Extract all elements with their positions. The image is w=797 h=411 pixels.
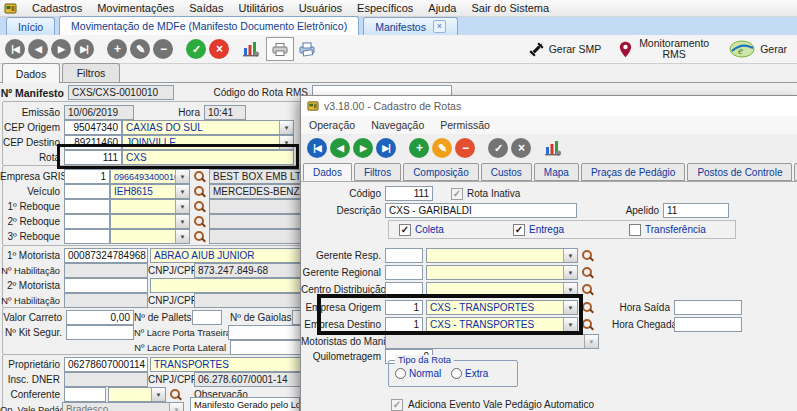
rota-nome-field[interactable]: CXS bbox=[122, 150, 294, 165]
tipo-extra-radio[interactable] bbox=[451, 368, 462, 379]
cep-destino-field[interactable]: 89211460 bbox=[64, 135, 122, 150]
print-preview-button[interactable] bbox=[298, 42, 316, 57]
menu-sair[interactable]: Sair do Sistema bbox=[471, 2, 549, 14]
search-icon[interactable] bbox=[581, 283, 594, 297]
tab-movimentacao-mdfe[interactable]: Movimentação de MDFe (Manifesto Document… bbox=[59, 16, 359, 35]
menu-movimentacoes[interactable]: Movimentações bbox=[97, 2, 174, 14]
menu-utilitarios[interactable]: Utilitários bbox=[238, 2, 283, 14]
chevron-down-icon[interactable]: ▼ bbox=[563, 318, 577, 331]
dialog-titlebar[interactable]: v3.18.00 - Cadastro de Rotas bbox=[301, 96, 797, 116]
vale-pedagio-auto-checkbox[interactable]: ✓ bbox=[391, 399, 403, 411]
hora-chegada-field[interactable] bbox=[674, 317, 742, 332]
first-record-button[interactable]: |◀ bbox=[307, 138, 327, 158]
cep-destino-cidade-combo[interactable]: JOINVILLE▼ bbox=[122, 135, 294, 150]
empresa-gris-codigo-field[interactable]: 1 bbox=[64, 169, 110, 184]
tab-inicio[interactable]: Início bbox=[6, 17, 55, 35]
add-record-button[interactable]: + bbox=[107, 39, 127, 59]
chevron-down-icon[interactable]: ▼ bbox=[563, 249, 577, 262]
chevron-down-icon[interactable]: ▼ bbox=[151, 388, 165, 401]
edit-record-button[interactable]: ✎ bbox=[432, 138, 452, 158]
empresa-gris-cnpj-combo[interactable]: 09664934000100▼ bbox=[110, 169, 190, 184]
close-tab-icon[interactable]: × bbox=[433, 20, 446, 33]
search-icon[interactable] bbox=[169, 388, 182, 402]
reboque2-combo[interactable]: ▼ bbox=[110, 214, 190, 229]
next-record-button[interactable]: ▶ bbox=[353, 138, 373, 158]
menu-cadastros[interactable]: Cadastros bbox=[32, 2, 82, 14]
rota-inativa-checkbox[interactable]: ✓ bbox=[451, 188, 463, 200]
codigo-field[interactable]: 111 bbox=[385, 186, 433, 201]
observacao-field[interactable]: Manifesto Gerado pelo Lote bbox=[190, 397, 300, 411]
apelido-field[interactable]: 11 bbox=[663, 203, 729, 218]
motorista2-doc-field[interactable] bbox=[64, 278, 148, 293]
last-record-button[interactable]: ▶| bbox=[376, 138, 396, 158]
search-icon[interactable] bbox=[193, 200, 206, 214]
chevron-down-icon[interactable]: ▼ bbox=[563, 301, 577, 314]
panel-tab-filtros[interactable]: Filtros bbox=[62, 63, 120, 82]
next-record-button[interactable]: ▶ bbox=[51, 39, 71, 59]
dialog-tab-mapa[interactable]: Mapa bbox=[534, 163, 579, 181]
tipo-normal-radio[interactable] bbox=[395, 368, 406, 379]
confirm-button[interactable]: ✓ bbox=[488, 138, 508, 158]
gerente-resp-combo[interactable]: ▼ bbox=[426, 248, 578, 263]
nro-manifesto-field[interactable]: CXS/CXS-0010010 bbox=[68, 85, 174, 100]
chevron-down-icon[interactable]: ▼ bbox=[279, 136, 293, 149]
search-icon[interactable] bbox=[581, 318, 594, 332]
print-button[interactable] bbox=[266, 37, 294, 61]
gerar-smp-button[interactable]: Gerar SMP bbox=[529, 42, 602, 57]
menu-navegacao[interactable]: Navegação bbox=[371, 119, 424, 131]
reboque3-codigo-field[interactable] bbox=[64, 229, 110, 244]
reboque1-codigo-field[interactable] bbox=[64, 199, 110, 214]
motorista1-doc-field[interactable]: 00087324784968 bbox=[64, 248, 148, 263]
valor-carreto-field[interactable]: 0,00 bbox=[66, 310, 134, 325]
confirm-button[interactable]: ✓ bbox=[186, 39, 206, 59]
chevron-down-icon[interactable]: ▼ bbox=[563, 266, 577, 279]
menu-especificos[interactable]: Específicos bbox=[357, 2, 413, 14]
chevron-down-icon[interactable]: ▼ bbox=[175, 170, 189, 183]
vale-pedagio-combo[interactable]: Bradesco▼ bbox=[62, 402, 184, 411]
chevron-down-icon[interactable]: ▼ bbox=[563, 283, 577, 296]
empresa-origem-combo[interactable]: CXS - TRANSPORTES▼ bbox=[426, 300, 578, 315]
search-icon[interactable] bbox=[193, 215, 206, 229]
cancel-button[interactable]: × bbox=[209, 39, 229, 59]
veiculo-placa-combo[interactable]: IEH8615▼ bbox=[110, 184, 190, 199]
dialog-tab-composicao[interactable]: Composição bbox=[403, 163, 479, 181]
descricao-field[interactable]: CXS - GARIBALDI bbox=[385, 203, 577, 218]
chevron-down-icon[interactable]: ▼ bbox=[175, 230, 189, 243]
emissao-field[interactable]: 10/06/2019 bbox=[64, 105, 134, 120]
chevron-down-icon[interactable]: ▼ bbox=[175, 185, 189, 198]
reboque3-combo[interactable]: ▼ bbox=[110, 229, 190, 244]
search-icon[interactable] bbox=[193, 230, 206, 244]
reboque1-combo[interactable]: ▼ bbox=[110, 199, 190, 214]
gerente-regional-codigo-field[interactable] bbox=[385, 265, 423, 280]
previous-record-button[interactable]: ◀ bbox=[330, 138, 350, 158]
gerente-regional-combo[interactable]: ▼ bbox=[426, 265, 578, 280]
dialog-tab-dados[interactable]: Dados bbox=[303, 163, 352, 181]
entrega-checkbox[interactable]: ✓ bbox=[513, 224, 525, 236]
chart-report-button[interactable] bbox=[242, 41, 260, 57]
empresa-destino-combo[interactable]: CXS - TRANSPORTES▼ bbox=[426, 317, 578, 332]
search-icon[interactable] bbox=[193, 185, 206, 199]
menu-operacao[interactable]: Operação bbox=[309, 119, 355, 131]
dialog-tab-pracas-pedagio[interactable]: Praças de Pedágio bbox=[581, 163, 686, 181]
tab-manifestos[interactable]: Manifestos × bbox=[363, 17, 458, 35]
dialog-tab-filtros[interactable]: Filtros bbox=[354, 163, 401, 181]
centro-distribuicao-codigo-field[interactable] bbox=[385, 282, 423, 297]
conferente-codigo-field[interactable] bbox=[64, 387, 106, 402]
previous-record-button[interactable]: ◀ bbox=[28, 39, 48, 59]
chevron-down-icon[interactable]: ▼ bbox=[279, 121, 293, 134]
coleta-checkbox[interactable]: ✓ bbox=[399, 224, 411, 236]
cep-origem-field[interactable]: 95047340 bbox=[64, 120, 122, 135]
centro-distribuicao-combo[interactable]: ▼ bbox=[426, 282, 578, 297]
transferencia-checkbox[interactable] bbox=[629, 224, 641, 236]
search-icon[interactable] bbox=[581, 266, 594, 280]
dialog-tab-postos-controle[interactable]: Postos de Controle bbox=[687, 163, 792, 181]
empresa-origem-codigo-field[interactable]: 1 bbox=[385, 300, 423, 315]
empresa-destino-codigo-field[interactable]: 1 bbox=[385, 317, 423, 332]
cep-origem-cidade-combo[interactable]: CAXIAS DO SUL▼ bbox=[122, 120, 294, 135]
menu-ajuda[interactable]: Ajuda bbox=[428, 2, 456, 14]
cancel-button[interactable]: × bbox=[511, 138, 531, 158]
delete-record-button[interactable]: − bbox=[455, 138, 475, 158]
hora-saida-field[interactable] bbox=[674, 300, 742, 315]
dialog-tab-custos[interactable]: Custos bbox=[481, 163, 532, 181]
gerente-resp-codigo-field[interactable] bbox=[385, 248, 423, 263]
